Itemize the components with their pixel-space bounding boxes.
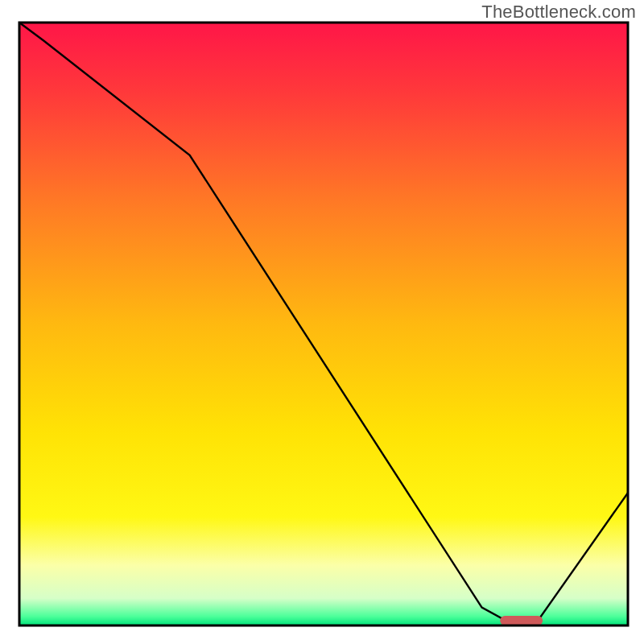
chart-svg — [0, 0, 644, 644]
gradient-background — [19, 23, 628, 625]
bottleneck-chart: TheBottleneck.com — [0, 0, 644, 644]
sweet-spot-marker — [500, 616, 543, 625]
